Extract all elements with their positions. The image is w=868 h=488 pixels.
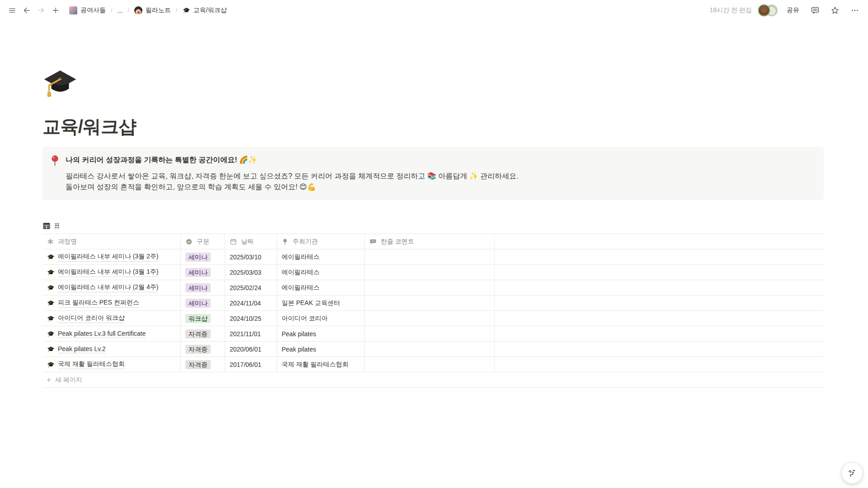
column-header-date[interactable]: 날짜 [225, 234, 277, 249]
row-organizer-cell[interactable]: 에이필라테스 [277, 280, 365, 295]
row-date-cell[interactable]: 2017/06/01 [225, 357, 277, 372]
row-filler-cell[interactable] [495, 326, 824, 341]
back-button[interactable] [20, 4, 33, 17]
row-organizer-cell[interactable]: Peak pilates [277, 342, 365, 357]
row-date-cell[interactable]: 2025/03/10 [225, 249, 277, 264]
plus-icon [52, 6, 60, 14]
breadcrumb-separator: / [176, 7, 178, 14]
row-organizer-cell[interactable]: Peak pilates [277, 326, 365, 341]
column-header-comment[interactable]: 한줄 코멘트 [365, 234, 495, 249]
avatar [758, 5, 770, 16]
row-category-cell[interactable]: 세미나 [181, 249, 225, 264]
notion-ai-button[interactable] [842, 463, 863, 483]
row-date-cell[interactable]: 2025/03/03 [225, 265, 277, 280]
share-button[interactable]: 공유 [784, 5, 802, 16]
row-title-label: Peak pilates Lv.3 full Certificate [58, 330, 146, 338]
row-organizer-cell[interactable]: 국제 재활 필라테스협회 [277, 357, 365, 372]
breadcrumb-ellipsis[interactable]: ... [114, 5, 126, 15]
row-category-cell[interactable]: 세미나 [181, 296, 225, 310]
column-header-filler[interactable] [495, 234, 824, 249]
row-organizer-cell[interactable]: 에이필라테스 [277, 249, 365, 264]
forward-button[interactable] [34, 4, 48, 17]
column-header-category[interactable]: 구분 [181, 234, 225, 249]
workspace-icon [69, 6, 77, 14]
comment-property-icon [369, 238, 377, 245]
row-comment-cell[interactable] [365, 326, 495, 341]
breadcrumb-current[interactable]: 교육/워크샵 [179, 5, 230, 16]
graduation-cap-icon [47, 269, 55, 276]
pushpin-icon[interactable] [50, 155, 60, 166]
row-date-cell[interactable]: 2024/11/04 [225, 296, 277, 310]
database-view-tab-table[interactable]: 표 [42, 221, 62, 234]
new-page-row-button[interactable]: + 새 페이지 [42, 372, 824, 388]
graduation-cap-icon [47, 361, 55, 368]
row-filler-cell[interactable] [495, 342, 824, 357]
new-page-label: 새 페이지 [55, 376, 82, 384]
row-comment-cell[interactable] [365, 311, 495, 326]
row-title-cell[interactable]: Peak pilates Lv.2 [42, 342, 181, 357]
category-tag: 자격증 [185, 360, 211, 369]
row-comment-cell[interactable] [365, 357, 495, 372]
row-title-cell[interactable]: 에이필라테스 내부 세미나 (2월 4주) [42, 280, 181, 295]
breadcrumb-workspace[interactable]: 공여사들 [66, 5, 109, 16]
breadcrumb-separator: / [111, 7, 113, 14]
row-category-cell[interactable]: 세미나 [181, 265, 225, 280]
row-category-cell[interactable]: 세미나 [181, 280, 225, 295]
graduation-cap-icon [47, 315, 55, 322]
row-title-cell[interactable]: Peak pilates Lv.3 full Certificate [42, 326, 181, 341]
page-icon-graduation-cap[interactable] [42, 66, 78, 100]
row-title-cell[interactable]: 에이필라테스 내부 세미나 (3월 2주) [42, 249, 181, 264]
star-icon [830, 6, 840, 15]
column-header-organizer[interactable]: 주최기관 [277, 234, 365, 249]
row-filler-cell[interactable] [495, 311, 824, 326]
row-date-cell[interactable]: 2021/11/01 [225, 326, 277, 341]
row-title-cell[interactable]: 피크 필라테스 PES 컨퍼런스 [42, 296, 181, 310]
category-tag: 자격증 [185, 345, 211, 354]
row-date-cell[interactable]: 2020/06/01 [225, 342, 277, 357]
new-page-button[interactable] [49, 4, 62, 17]
row-title-cell[interactable]: 에이필라테스 내부 세미나 (3월 1주) [42, 265, 181, 280]
row-comment-cell[interactable] [365, 296, 495, 310]
database-table: 과정명 구분 날짜 주 [42, 234, 824, 388]
select-property-icon [185, 238, 193, 245]
row-comment-cell[interactable] [365, 249, 495, 264]
collaborator-avatars[interactable] [758, 5, 778, 16]
row-organizer-cell[interactable]: 아이디어 코리아 [277, 311, 365, 326]
row-filler-cell[interactable] [495, 249, 824, 264]
row-category-cell[interactable]: 워크샵 [181, 311, 225, 326]
row-title-label: 에이필라테스 내부 세미나 (2월 4주) [58, 283, 158, 292]
row-category-cell[interactable]: 자격증 [181, 326, 225, 341]
favorite-button[interactable] [828, 4, 842, 17]
row-filler-cell[interactable] [495, 265, 824, 280]
row-comment-cell[interactable] [365, 342, 495, 357]
row-filler-cell[interactable] [495, 280, 824, 295]
table-row: 국제 재활 필라테스협회 자격증 2017/06/01 국제 재활 필라테스협회 [42, 357, 824, 372]
title-property-icon [47, 238, 54, 245]
row-comment-cell[interactable] [365, 280, 495, 295]
row-date-cell[interactable]: 2025/02/24 [225, 280, 277, 295]
comment-bubble-icon [811, 6, 820, 15]
row-comment-cell[interactable] [365, 265, 495, 280]
row-category-cell[interactable]: 자격증 [181, 342, 225, 357]
row-organizer-cell[interactable]: 에이필라테스 [277, 265, 365, 280]
column-header-label: 구분 [197, 238, 209, 246]
row-category-cell[interactable]: 자격증 [181, 357, 225, 372]
page-options-button[interactable] [848, 4, 862, 17]
comments-button[interactable] [808, 4, 822, 17]
row-filler-cell[interactable] [495, 357, 824, 372]
row-title-cell[interactable]: 아이디어 코리아 워크샵 [42, 311, 181, 326]
row-date-cell[interactable]: 2024/10/25 [225, 311, 277, 326]
table-view-icon [42, 222, 51, 230]
row-filler-cell[interactable] [495, 296, 824, 310]
breadcrumb: 공여사들 / ... / 필라노트 / 교육/워크샵 [66, 5, 230, 16]
graduation-cap-icon [183, 7, 190, 14]
row-title-cell[interactable]: 국제 재활 필라테스협회 [42, 357, 181, 372]
row-organizer-cell[interactable]: 일본 PEAK 교육센터 [277, 296, 365, 310]
column-header-name[interactable]: 과정명 [42, 234, 181, 249]
breadcrumb-parent[interactable]: 필라노트 [131, 5, 174, 16]
sidebar-menu-button[interactable] [5, 4, 19, 17]
callout-block: 나의 커리어 성장과정을 기록하는 특별한 공간이에요! 🌈✨ 필라테스 강사로… [42, 147, 824, 200]
graduation-cap-icon [47, 300, 55, 307]
row-title-label: Peak pilates Lv.2 [58, 345, 106, 353]
parent-page-avatar-icon [134, 6, 142, 14]
